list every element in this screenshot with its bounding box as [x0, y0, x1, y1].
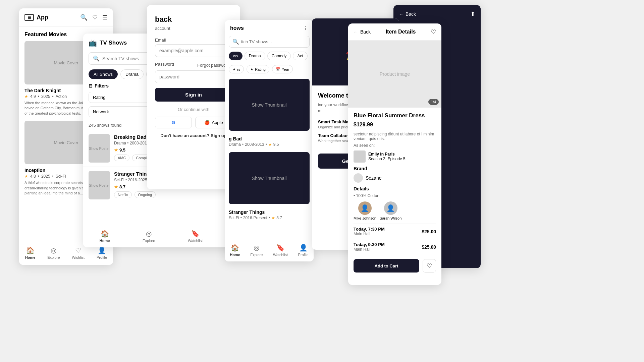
reviewer-2: 👤 Sarah Wilson — [380, 201, 401, 220]
rating-value-1: 9.5 — [119, 147, 125, 153]
share-icon[interactable]: ⬆ — [470, 10, 475, 18]
tv-nav-watchlist[interactable]: 🔖 Watchlist — [188, 230, 203, 243]
dark-show-years-1: 2008-2013 — [245, 142, 264, 147]
password-row: Password Forgot password? — [155, 62, 232, 68]
save-item-button[interactable]: ♡ — [423, 259, 436, 273]
dark-sort-row: ★ rs ★ Rating 📅 Year — [225, 64, 314, 76]
dark-tv-bottom-nav: 🏠 Home ◎ Explore 🔖 Watchlist 👤 Profile — [225, 240, 314, 261]
tv-nav-watchlist-label: Watchlist — [188, 239, 203, 243]
chip-all-shows[interactable]: All Shows — [89, 69, 118, 79]
email-label: Email — [155, 38, 232, 43]
dark-home-icon: 🏠 — [231, 244, 239, 252]
seen-show-name: Emily in Paris — [368, 152, 406, 157]
ticket-info-1: Today, 7:30 PM Main Hall — [354, 227, 385, 236]
sort-label-rating: Rating — [255, 67, 266, 71]
action-row: Add to Cart ♡ — [348, 259, 441, 276]
signup-link[interactable]: Sign up — [211, 133, 227, 138]
nav-explore[interactable]: ◎ Explore — [47, 246, 60, 259]
sort-btn-stars[interactable]: ★ rs — [229, 65, 244, 73]
signin-title: back — [155, 15, 232, 24]
network-badge-2: Netflix — [114, 191, 132, 198]
item-back-arrow: ← — [354, 29, 358, 35]
dark-nav-home-label: Home — [230, 253, 240, 257]
tv-nav-home[interactable]: 🏠 Home — [100, 230, 110, 243]
dark-chip-drama[interactable]: Drama — [245, 52, 265, 60]
network-badge-1: AMC — [114, 155, 129, 161]
password-label: Password — [155, 62, 174, 67]
nav-home[interactable]: 🏠 Home — [25, 246, 36, 259]
product-desc: sectetur adipiscing didunt ut labore et … — [354, 132, 436, 141]
reviewer-row: 👤 Mike Johnson 👤 Sarah Wilson — [354, 201, 436, 220]
nav-wishlist[interactable]: ♡ Wishlist — [72, 246, 85, 259]
password-input[interactable] — [155, 70, 232, 83]
email-input[interactable] — [155, 44, 232, 57]
dark-chip-comedy[interactable]: Comedy — [267, 52, 291, 60]
dark-show-title-1: g Bad — [229, 136, 310, 141]
item-heart-icon[interactable]: ♡ — [431, 28, 436, 36]
signin-divider: Or continue with — [155, 107, 232, 112]
signin-button[interactable]: Sign in — [155, 88, 232, 102]
sort-rating-icon: ★ — [250, 67, 254, 71]
tv-home-icon: 🏠 — [101, 230, 109, 238]
item-back-label: Back — [360, 29, 371, 35]
ticket-row-1[interactable]: Today, 7:30 PM Main Hall $25.00 — [354, 224, 436, 239]
dark-chip-action[interactable]: Act — [293, 52, 307, 60]
wishlist-icon[interactable]: ♡ — [92, 14, 98, 21]
dark-explore-icon: ◎ — [254, 244, 259, 252]
dark-nav-watchlist[interactable]: 🔖 Watchlist — [273, 244, 288, 257]
nav-profile[interactable]: 👤 Profile — [97, 246, 107, 259]
sort-label-year: Year — [282, 67, 289, 71]
search-bar-icon: 🔍 — [93, 55, 100, 62]
dark-show-genre-1: Drama — [229, 142, 241, 147]
separator: • — [38, 94, 39, 99]
dark-watchlist-icon: 🔖 — [276, 244, 285, 252]
dark-nav-home[interactable]: 🏠 Home — [230, 244, 240, 257]
tv-icon: 📺 — [89, 39, 97, 47]
dark-search-input[interactable] — [241, 39, 306, 44]
ticket-time-1: Today, 7:30 PM — [354, 227, 385, 232]
reviewer-name-1: Mike Johnson — [354, 216, 376, 220]
show-thumb-1[interactable]: Show Thumbnail — [229, 79, 310, 131]
google-signin-button[interactable]: G — [155, 117, 192, 128]
signup-text: Don't have an account? — [160, 133, 209, 138]
ticket-row-2[interactable]: Today, 9:30 PM Main Hall $25.00 — [354, 239, 436, 254]
home-icon: 🏠 — [26, 246, 35, 254]
dark-tv-more-icon[interactable]: ⋮ — [303, 25, 308, 31]
show-thumb-2[interactable]: Show Thumbnail — [229, 152, 310, 204]
detail-item: • 100% Cotton — [354, 193, 436, 198]
dark-chip-all[interactable]: ws — [229, 52, 243, 60]
movie-genre-1: Action — [56, 94, 67, 99]
sort-btn-year[interactable]: 📅 Year — [272, 65, 293, 73]
chip-drama[interactable]: Drama — [120, 69, 144, 79]
social-buttons: G 🍎 Apple — [155, 117, 232, 128]
item-details-title: Item Details — [386, 29, 416, 35]
sort-btn-rating[interactable]: ★ Rating — [247, 65, 269, 73]
show-badges-2: Netflix Ongoing — [114, 191, 156, 198]
movie-year-1: 2025 — [41, 94, 50, 99]
dark-search-icon: 🔍 — [232, 39, 239, 45]
movie-rating-1: 4.9 — [30, 94, 36, 99]
back-arrow-icon: ← — [399, 11, 404, 17]
seen-on-label: As seen on: — [354, 143, 436, 148]
dark-nav-profile[interactable]: 👤 Profile — [298, 244, 309, 257]
tvshows-title: 📺 TV Shows — [89, 39, 127, 47]
count-text: 245 shows found — [89, 123, 121, 128]
seen-show-thumb — [354, 150, 366, 163]
back-button[interactable]: ← Back — [399, 11, 416, 17]
menu-icon[interactable]: ☰ — [102, 14, 108, 21]
add-to-cart-button[interactable]: Add to Cart — [354, 259, 419, 273]
item-back-button[interactable]: ← Back — [354, 29, 371, 35]
dark-search-bar: 🔍 — [229, 36, 310, 48]
dark-show-detail-1: g Bad Drama • 2008-2013 • ★ 9.5 — [225, 133, 314, 149]
ticket-price-2: $25.00 — [422, 244, 436, 250]
filter-icon: ⊟ — [89, 83, 93, 88]
nav-wishlist-label: Wishlist — [72, 255, 85, 259]
search-icon[interactable]: 🔍 — [80, 14, 88, 21]
movie-year-2: 2025 — [41, 174, 50, 179]
signin-subtitle: account — [155, 26, 232, 31]
dark-tv-panel: hows ⋮ 🔍 ws Drama Comedy Act ★ rs ★ Rati… — [225, 20, 314, 261]
brand-row: Sézane — [354, 173, 436, 183]
brand-name: Sézane — [366, 175, 381, 181]
dark-nav-explore[interactable]: ◎ Explore — [250, 244, 263, 257]
tv-nav-explore[interactable]: ◎ Explore — [143, 230, 155, 243]
